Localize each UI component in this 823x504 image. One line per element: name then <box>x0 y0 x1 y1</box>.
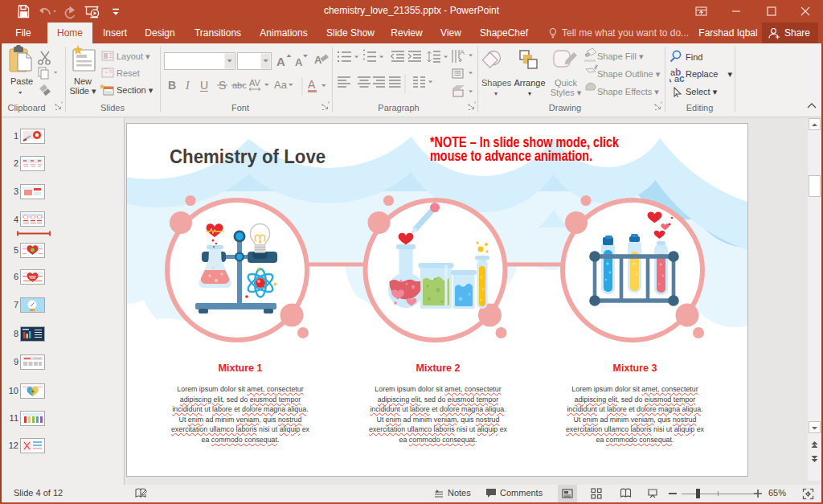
svg-text:A: A <box>308 78 316 91</box>
svg-text:B: B <box>168 79 176 92</box>
svg-text:Aa: Aa <box>274 79 288 91</box>
svg-text:A: A <box>460 48 465 56</box>
svg-text:AV: AV <box>249 78 261 88</box>
svg-text:A: A <box>314 54 322 66</box>
svg-text:c: c <box>679 73 685 84</box>
svg-text:U: U <box>200 79 208 92</box>
svg-text:A: A <box>276 55 285 68</box>
svg-text:A: A <box>295 56 303 68</box>
svg-text:I: I <box>185 80 190 92</box>
